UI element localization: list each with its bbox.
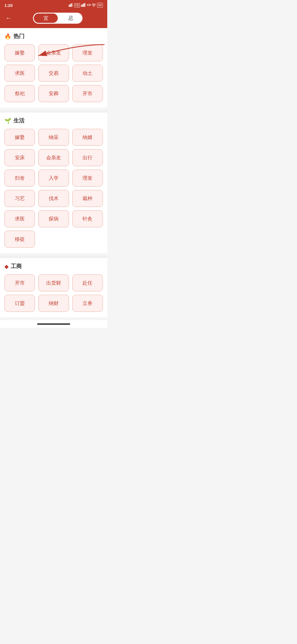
hot-section-header: 🔥 热门 — [4, 32, 103, 40]
life-item-10[interactable]: 伐木 — [38, 190, 69, 207]
hot-item-4[interactable]: 交易 — [38, 65, 69, 82]
hot-section-title: 热门 — [13, 32, 24, 40]
svg-rect-2 — [71, 3, 72, 7]
back-button[interactable]: ← — [6, 13, 14, 23]
life-item-12[interactable]: 求医 — [4, 210, 35, 227]
life-item-14[interactable]: 针灸 — [72, 210, 103, 227]
hot-section: 🔥 热门 嫁娶 会亲友 理发 求医 交易 动土 祭祀 安葬 开市 — [0, 28, 107, 108]
biz-item-5[interactable]: 立券 — [72, 295, 103, 312]
life-item-9[interactable]: 习艺 — [4, 190, 35, 207]
life-section-header: 🌱 生活 — [4, 117, 103, 124]
business-btn-grid: 开市 出货财 赴任 订盟 纳财 立券 — [4, 274, 103, 312]
life-item-4[interactable]: 会亲友 — [38, 149, 69, 166]
life-item-1[interactable]: 纳采 — [38, 129, 69, 146]
diamond-icon: ◆ — [4, 263, 9, 270]
wifi-icon — [92, 3, 96, 8]
yi-ji-toggle[interactable]: 宜 忌 — [33, 13, 82, 24]
svg-rect-6 — [83, 3, 84, 7]
hot-item-6[interactable]: 祭祀 — [4, 85, 35, 102]
hd-badge: HD — [74, 3, 80, 7]
divider-2 — [0, 256, 107, 258]
hot-item-0[interactable]: 嫁娶 — [4, 44, 35, 61]
svg-rect-5 — [82, 4, 83, 7]
hot-item-5[interactable]: 动土 — [72, 65, 103, 82]
biz-item-1[interactable]: 出货财 — [38, 274, 69, 291]
status-icons: HD 54 — [69, 3, 103, 8]
signal2-icon — [81, 3, 86, 8]
life-item-11[interactable]: 栽种 — [72, 190, 103, 207]
life-item-15[interactable]: 移徙 — [4, 231, 35, 248]
biz-item-0[interactable]: 开市 — [4, 274, 35, 291]
hot-item-7[interactable]: 安葬 — [38, 85, 69, 102]
svg-rect-4 — [81, 5, 82, 7]
business-section: ◆ 工商 开市 出货财 赴任 订盟 纳财 立券 — [0, 258, 107, 317]
sprout-icon: 🌱 — [4, 118, 11, 124]
status-time: 1:20 — [4, 3, 13, 8]
svg-rect-1 — [70, 4, 71, 7]
bottom-bar — [0, 320, 107, 328]
signal-icon — [69, 3, 73, 8]
business-section-header: ◆ 工商 — [4, 263, 103, 270]
life-item-13[interactable]: 探病 — [38, 210, 69, 227]
life-item-3[interactable]: 安床 — [4, 149, 35, 166]
header: ← 宜 忌 — [0, 10, 107, 28]
biz-item-3[interactable]: 订盟 — [4, 295, 35, 312]
battery-icon: 54 — [97, 3, 103, 8]
ji-option[interactable]: 忌 — [59, 13, 82, 24]
life-item-0[interactable]: 嫁娶 — [4, 129, 35, 146]
svg-rect-0 — [69, 5, 70, 7]
life-item-6[interactable]: 扫舍 — [4, 170, 35, 187]
hot-item-1[interactable]: 会亲友 — [38, 44, 69, 61]
life-item-5[interactable]: 出行 — [72, 149, 103, 166]
hot-item-8[interactable]: 开市 — [72, 85, 103, 102]
yi-option[interactable]: 宜 — [34, 13, 58, 23]
life-item-8[interactable]: 理发 — [72, 170, 103, 187]
svg-rect-7 — [84, 3, 85, 7]
svg-point-10 — [94, 6, 94, 7]
life-item-7[interactable]: 入学 — [38, 170, 69, 187]
toggle-container: 宜 忌 — [14, 13, 102, 24]
svg-rect-3 — [72, 3, 73, 7]
hot-item-2[interactable]: 理发 — [72, 44, 103, 61]
life-item-2[interactable]: 纳婿 — [72, 129, 103, 146]
home-indicator — [37, 323, 70, 325]
biz-item-2[interactable]: 赴任 — [72, 274, 103, 291]
hot-item-3[interactable]: 求医 — [4, 65, 35, 82]
business-section-title: 工商 — [11, 263, 22, 270]
biz-item-4[interactable]: 纳财 — [38, 295, 69, 312]
hot-btn-grid: 嫁娶 会亲友 理发 求医 交易 动土 祭祀 安葬 开市 — [4, 44, 103, 102]
life-btn-grid: 嫁娶 纳采 纳婿 安床 会亲友 出行 扫舍 入学 理发 习艺 伐木 栽种 求医 … — [4, 129, 103, 248]
divider-1 — [0, 110, 107, 113]
fire-icon: 🔥 — [4, 33, 11, 40]
mute-icon — [87, 3, 90, 8]
life-section: 🌱 生活 嫁娶 纳采 纳婿 安床 会亲友 出行 扫舍 入学 理发 习艺 伐木 栽… — [0, 113, 107, 253]
status-bar: 1:20 HD — [0, 0, 107, 10]
life-section-title: 生活 — [13, 117, 24, 124]
